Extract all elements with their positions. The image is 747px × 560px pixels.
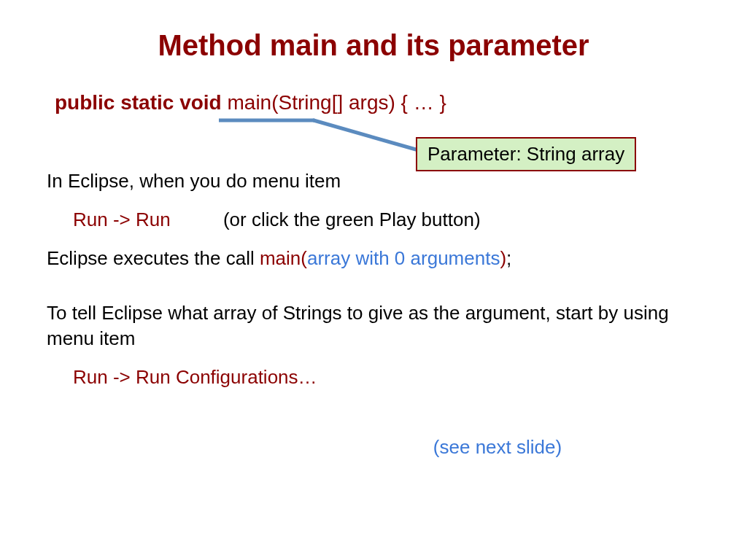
parameter-callout: Parameter: String array [416, 137, 636, 171]
exec-text-e: ; [506, 247, 511, 269]
svg-line-1 [314, 120, 416, 149]
exec-text-c: array with 0 arguments [307, 247, 500, 269]
code-keywords: public static void [55, 91, 222, 114]
slide-title: Method main and its parameter [0, 29, 747, 62]
exec-text-d: ) [500, 247, 506, 269]
next-slide-note: (see next slide) [47, 435, 700, 460]
exec-text-b: main( [260, 247, 307, 269]
paragraph-intro: In Eclipse, when you do menu item [47, 168, 700, 194]
menu-path-run: Run -> Run [73, 209, 171, 230]
paragraph-configure: To tell Eclipse what array of Strings to… [47, 300, 700, 351]
menu-path-run-config: Run -> Run Configurations… [73, 365, 700, 390]
paragraph-execute-call: Eclipse executes the call main(array wit… [47, 246, 700, 271]
callout-arrow [219, 106, 438, 164]
exec-text-a: Eclipse executes the call [47, 247, 260, 269]
paragraph-run-menu: Run -> Run (or click the green Play butt… [73, 207, 700, 233]
menu-path-note: (or click the green Play button) [223, 209, 481, 230]
